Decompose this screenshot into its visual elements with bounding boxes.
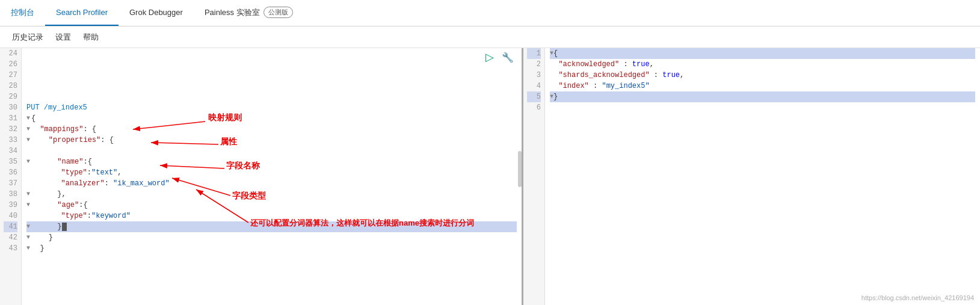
tab-painless-lab[interactable]: Painless 实验室 公测版 [194, 0, 304, 26]
top-navigation: 控制台 Search Profiler Grok Debugger Painle… [0, 0, 980, 26]
wrench-button[interactable]: 🔧 [501, 51, 514, 64]
beta-badge: 公测版 [263, 7, 293, 18]
tab-search-profiler[interactable]: Search Profiler [45, 0, 119, 26]
run-button[interactable]: ▷ [483, 51, 496, 64]
editor-actions: ▷ 🔧 [483, 51, 514, 64]
nav-help[interactable]: 帮助 [77, 32, 105, 43]
tab-grok-debugger[interactable]: Grok Debugger [119, 0, 194, 26]
main-area: ▷ 🔧 24 26 27 28 29 30 31 32 33 34 35 36 … [0, 48, 980, 305]
line-numbers: 24 26 27 28 29 30 31 32 33 34 35 36 37 3… [0, 48, 22, 305]
code-editor[interactable]: PUT /my_index5 ▼ { ▼ "mappings": { ▼ "pr… [22, 48, 522, 305]
tab-console[interactable]: 控制台 [0, 0, 45, 26]
nav-settings[interactable]: 设置 [49, 32, 77, 43]
editor-pane: ▷ 🔧 24 26 27 28 29 30 31 32 33 34 35 36 … [0, 48, 523, 305]
secondary-navigation: 历史记录 设置 帮助 [0, 26, 980, 48]
scrollbar-indicator[interactable] [518, 151, 522, 187]
result-pane: 1 2 3 4 5 6 ▼ { "acknowledged" : true, "… [523, 48, 980, 305]
result-line-numbers: 1 2 3 4 5 6 [523, 48, 545, 305]
result-code: ▼ { "acknowledged" : true, "shards_ackno… [545, 48, 980, 305]
watermark: https://blog.csdn.net/weixin_42169194 [861, 294, 974, 301]
nav-history[interactable]: 历史记录 [6, 32, 49, 43]
